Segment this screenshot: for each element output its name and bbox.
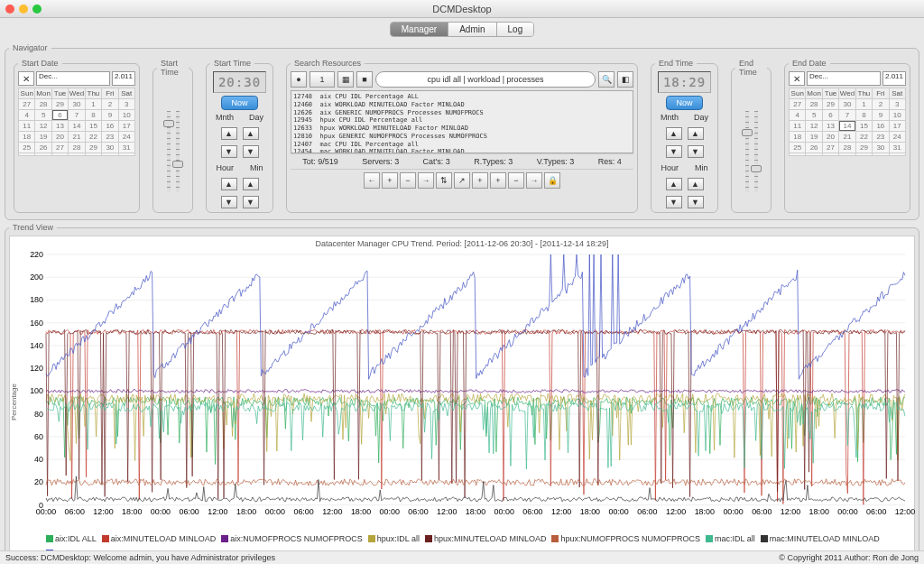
stepper-btn[interactable]: ▲ bbox=[221, 127, 237, 140]
calendar-day[interactable]: 21 bbox=[839, 132, 855, 142]
start-now-button[interactable]: Now bbox=[221, 96, 257, 110]
stepper-btn[interactable]: ▲ bbox=[221, 178, 237, 190]
calendar-day[interactable]: 20 bbox=[823, 132, 838, 142]
calendar-day[interactable]: 22 bbox=[856, 132, 872, 142]
calendar-day[interactable]: 8 bbox=[86, 110, 101, 120]
end-hour-slider[interactable] bbox=[745, 111, 749, 192]
start-date-month-select[interactable]: Dec... bbox=[36, 71, 110, 86]
calendar-day[interactable]: 25 bbox=[19, 143, 34, 153]
calendar-day[interactable]: 13 bbox=[52, 121, 68, 131]
calendar-day[interactable]: 31 bbox=[119, 143, 134, 153]
start-hour-slider[interactable] bbox=[167, 111, 171, 192]
calendar-day[interactable]: 29 bbox=[86, 143, 101, 153]
calendar-day[interactable]: 10 bbox=[890, 110, 905, 120]
stepper-btn[interactable]: ▼ bbox=[666, 145, 682, 158]
calendar-day[interactable]: 22 bbox=[86, 132, 101, 142]
search-results-list[interactable]: 12748 aix CPU IDL Percentage ALL 12460 a… bbox=[291, 90, 633, 153]
calendar-day[interactable]: 26 bbox=[806, 143, 821, 153]
calendar-day[interactable]: 1 bbox=[86, 99, 101, 109]
calendar-day[interactable]: 19 bbox=[806, 132, 821, 142]
control-btn[interactable]: ⇅ bbox=[436, 172, 452, 189]
legend-item[interactable]: hpux:MINUTELOAD MINLOAD bbox=[425, 534, 547, 543]
stepper-btn[interactable]: ▲ bbox=[666, 127, 682, 140]
search-grid-icon[interactable]: ▦ bbox=[337, 71, 354, 88]
calendar-day[interactable]: 11 bbox=[790, 121, 805, 131]
control-btn[interactable]: − bbox=[508, 172, 524, 189]
start-date-year-select[interactable]: 2.011 bbox=[112, 71, 135, 86]
calendar-day[interactable]: 5 bbox=[35, 110, 51, 120]
legend-item[interactable]: mac:MINUTELOAD MINLOAD bbox=[761, 534, 880, 543]
control-btn[interactable]: ← bbox=[364, 172, 380, 189]
search-clear-icon[interactable]: ◧ bbox=[617, 71, 633, 88]
calendar-day[interactable]: 3 bbox=[890, 99, 905, 109]
search-input[interactable] bbox=[375, 71, 596, 88]
calendar-day[interactable]: 28 bbox=[69, 143, 84, 153]
calendar-day[interactable]: 1 bbox=[856, 99, 872, 109]
stepper-btn[interactable]: ▲ bbox=[666, 178, 682, 190]
control-btn[interactable]: + bbox=[472, 172, 488, 189]
stepper-btn[interactable]: ▲ bbox=[688, 178, 704, 190]
calendar-day[interactable]: 4 bbox=[19, 110, 34, 120]
end-now-button[interactable]: Now bbox=[666, 96, 702, 110]
control-btn[interactable]: − bbox=[400, 172, 416, 189]
calendar-day[interactable]: 20 bbox=[52, 132, 68, 142]
end-date-month-select[interactable]: Dec... bbox=[807, 71, 881, 86]
end-date-year-select[interactable]: 2.011 bbox=[882, 71, 906, 86]
calendar-day[interactable]: 27 bbox=[790, 99, 805, 109]
calendar-day[interactable]: 10 bbox=[119, 110, 134, 120]
stepper-btn[interactable]: ▲ bbox=[243, 127, 259, 140]
stepper-btn[interactable]: ▼ bbox=[243, 196, 259, 208]
calendar-day[interactable]: 30 bbox=[873, 143, 888, 153]
calendar-day[interactable]: 26 bbox=[35, 143, 51, 153]
calendar-day[interactable]: 18 bbox=[790, 132, 805, 142]
stepper-btn[interactable]: ▼ bbox=[688, 145, 704, 158]
calendar-day[interactable]: 15 bbox=[86, 121, 101, 131]
calendar-day[interactable]: 16 bbox=[102, 121, 117, 131]
start-min-slider[interactable] bbox=[176, 111, 180, 192]
calendar-day[interactable]: 12 bbox=[806, 121, 821, 131]
calendar-day[interactable]: 14 bbox=[839, 121, 855, 131]
calendar-day[interactable]: 29 bbox=[52, 99, 68, 109]
legend-item[interactable]: aix:IDL ALL bbox=[46, 534, 97, 543]
stepper-btn[interactable]: ▼ bbox=[243, 145, 259, 158]
calendar-day[interactable]: 19 bbox=[35, 132, 51, 142]
calendar-day[interactable]: 30 bbox=[69, 99, 84, 109]
control-btn[interactable]: → bbox=[526, 172, 542, 189]
legend-item[interactable]: hpux:IDL all bbox=[368, 534, 420, 543]
tab-log[interactable]: Log bbox=[497, 23, 534, 36]
calendar-day[interactable]: 30 bbox=[102, 143, 117, 153]
search-stop-icon[interactable]: ■ bbox=[356, 71, 373, 88]
stepper-btn[interactable]: ▼ bbox=[688, 196, 704, 208]
stepper-btn[interactable]: ▼ bbox=[666, 196, 682, 208]
calendar-day[interactable]: 27 bbox=[52, 143, 68, 153]
control-btn[interactable]: 🔒 bbox=[544, 172, 560, 189]
calendar-day[interactable]: 4 bbox=[790, 110, 805, 120]
calendar-day[interactable]: 7 bbox=[69, 110, 84, 120]
calendar-day[interactable]: 28 bbox=[839, 143, 855, 153]
control-btn[interactable]: + bbox=[382, 172, 398, 189]
calendar-day[interactable]: 17 bbox=[890, 121, 905, 131]
calendar-day[interactable]: 27 bbox=[823, 143, 838, 153]
calendar-day[interactable]: 29 bbox=[823, 99, 838, 109]
calendar-day[interactable]: 24 bbox=[119, 132, 134, 142]
calendar-day[interactable]: 16 bbox=[873, 121, 888, 131]
calendar-day[interactable]: 31 bbox=[890, 143, 905, 153]
calendar-day[interactable]: 3 bbox=[119, 99, 134, 109]
calendar-day[interactable]: 13 bbox=[823, 121, 838, 131]
end-min-slider[interactable] bbox=[754, 111, 758, 192]
calendar-day[interactable]: 12 bbox=[35, 121, 51, 131]
calendar-day[interactable]: 29 bbox=[856, 143, 872, 153]
legend-item[interactable]: aix:NUMOFPROCS NUMOFPROCS bbox=[221, 534, 363, 543]
search-go-icon[interactable]: 🔍 bbox=[598, 71, 614, 88]
calendar-day[interactable]: 17 bbox=[119, 121, 134, 131]
calendar-day[interactable]: 27 bbox=[19, 99, 34, 109]
tab-manager[interactable]: Manager bbox=[391, 23, 448, 36]
control-btn[interactable]: + bbox=[490, 172, 506, 189]
calendar-day[interactable]: 8 bbox=[856, 110, 872, 120]
calendar-day[interactable]: 23 bbox=[873, 132, 888, 142]
calendar-day[interactable]: 6 bbox=[52, 110, 68, 120]
calendar-day[interactable]: 6 bbox=[823, 110, 838, 120]
calendar-day[interactable]: 5 bbox=[806, 110, 821, 120]
legend-item[interactable]: aix:MINUTELOAD MINLOAD bbox=[102, 534, 217, 543]
calendar-day[interactable]: 2 bbox=[102, 99, 117, 109]
